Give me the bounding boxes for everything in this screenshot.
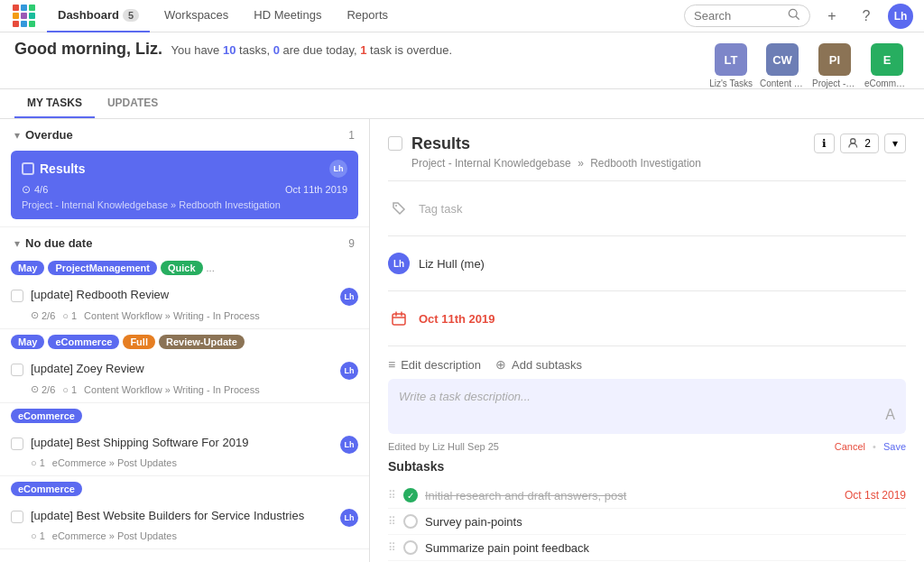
- overdue-section: ▾ Overdue 1 Results Lh ⊙ 4/6 Oct 11th 20…: [0, 119, 369, 227]
- ws-pi-label: Project - Int...: [812, 78, 857, 88]
- tab-updates[interactable]: UPDATES: [95, 89, 171, 118]
- task-comment-3: ○ 1: [31, 457, 45, 468]
- workspace-ecommerce[interactable]: E eCommerce: [864, 43, 910, 88]
- text-format-icon: A: [885, 407, 895, 423]
- task-checkbox-1[interactable]: [11, 290, 23, 302]
- subtask-check-open-3[interactable]: [403, 540, 418, 555]
- subtask-text-3: Summarize pain point feedback: [425, 541, 906, 555]
- tag-row-3: eCommerce: [0, 403, 369, 428]
- drag-handle-icon-2[interactable]: ⠿: [388, 515, 396, 528]
- no-due-header[interactable]: ▾ No due date 9: [0, 227, 369, 255]
- divider-4: [388, 345, 906, 346]
- drag-handle-icon-3[interactable]: ⠿: [388, 541, 396, 554]
- main-layout: ▾ Overdue 1 Results Lh ⊙ 4/6 Oct 11th 20…: [0, 119, 924, 562]
- result-actions: ℹ 2 ▾: [814, 134, 906, 153]
- tag-may-2[interactable]: May: [11, 335, 44, 349]
- edited-by-text: Edited by Liz Hull Sep 25: [388, 441, 499, 452]
- tag-may-1[interactable]: May: [11, 261, 44, 275]
- subtask-item-2[interactable]: ⠿ Survey pain-points: [388, 509, 906, 535]
- subtask-add-icon: ⊕: [495, 357, 506, 372]
- edit-description-action[interactable]: ≡ Edit description: [388, 357, 481, 372]
- task-checkbox-4[interactable]: [11, 511, 23, 523]
- task-avatar-1: Lh: [340, 288, 358, 306]
- add-subtasks-action[interactable]: ⊕ Add subtasks: [495, 357, 582, 372]
- search-box[interactable]: [684, 5, 810, 27]
- subtask-text-1: Initial research and draft answers, post: [425, 489, 837, 502]
- tag-pm[interactable]: ProjectManagement: [48, 261, 157, 275]
- progress-icon: ⊙: [22, 183, 31, 196]
- comment-icon-3: ○: [31, 457, 37, 468]
- task-checkbox-2[interactable]: [11, 364, 23, 376]
- task-item-4[interactable]: [update] Best Website Builders for Servi…: [0, 502, 369, 549]
- assignee-row[interactable]: Lh Liz Hull (me): [388, 247, 906, 280]
- ws-cw-label: Content Wo...: [760, 78, 805, 88]
- task-avatar-2: Lh: [340, 362, 358, 380]
- desc-actions-row: ≡ Edit description ⊕ Add subtasks: [388, 357, 906, 372]
- greeting-title: Good morning, Liz.: [14, 40, 162, 58]
- task-checkbox-3[interactable]: [11, 438, 23, 450]
- top-nav: Dashboard 5 Workspaces HD Meetings Repor…: [0, 0, 924, 32]
- result-title: Results: [411, 134, 805, 153]
- help-button[interactable]: ?: [854, 4, 879, 29]
- workspace-pi[interactable]: PI Project - Int...: [812, 43, 857, 88]
- tag-quick[interactable]: Quick: [161, 261, 203, 275]
- comment-icon-2: ○: [62, 384, 69, 395]
- dashboard-badge: 5: [123, 9, 139, 22]
- search-icon: [788, 8, 800, 23]
- dropdown-button[interactable]: ▾: [884, 134, 906, 153]
- description-box[interactable]: Write a task description... A: [388, 379, 906, 434]
- nav-tab-workspaces[interactable]: Workspaces: [153, 0, 239, 32]
- nav-tab-hd-meetings[interactable]: HD Meetings: [243, 0, 332, 32]
- app-icon[interactable]: [11, 4, 36, 29]
- ws-pi-box: PI: [818, 43, 851, 76]
- calendar-icon: [388, 308, 410, 329]
- result-path: Project - Internal Knowledgebase » Redbo…: [388, 157, 906, 170]
- tag-ecommerce-2[interactable]: eCommerce: [48, 335, 119, 349]
- tag-row-4: eCommerce: [0, 476, 369, 502]
- drag-handle-icon[interactable]: ⠿: [388, 489, 396, 502]
- tab-my-tasks[interactable]: MY TASKS: [14, 89, 95, 118]
- task-item-1[interactable]: [update] Redbooth Review Lh ⊙ 2/6 ○ 1 Co…: [0, 281, 369, 329]
- no-due-title: No due date: [25, 236, 343, 250]
- tag-task-row[interactable]: Tag task: [388, 192, 906, 225]
- user-avatar[interactable]: Lh: [888, 4, 913, 29]
- ws-cw-box: CW: [766, 43, 799, 76]
- save-link[interactable]: Save: [883, 441, 906, 452]
- info-button[interactable]: ℹ: [814, 134, 835, 153]
- tag-more-1[interactable]: ...: [207, 263, 215, 273]
- overdue-avatar: Lh: [329, 160, 347, 178]
- due-date-row[interactable]: Oct 11th 2019: [388, 302, 906, 335]
- task-path-2: Content Workflow » Writing - In Process: [84, 384, 260, 395]
- task-item-3[interactable]: [update] Best Shipping Software For 2019…: [0, 428, 369, 476]
- result-task-checkbox[interactable]: [388, 136, 402, 151]
- overdue-count-badge: 1: [348, 129, 355, 142]
- cancel-link[interactable]: Cancel: [835, 441, 865, 452]
- tag-ecommerce-3[interactable]: eCommerce: [11, 409, 82, 423]
- right-panel: Results ℹ 2 ▾ Project - Internal Knowled…: [370, 119, 924, 562]
- add-button[interactable]: +: [819, 4, 845, 29]
- divider-2: [388, 235, 906, 236]
- subtask-check-done-1[interactable]: ✓: [403, 488, 418, 502]
- tag-ecommerce-4[interactable]: eCommerce: [11, 482, 82, 496]
- overdue-task-card[interactable]: Results Lh ⊙ 4/6 Oct 11th 2019 Project -…: [11, 151, 358, 219]
- subtasks-section: Subtasks ⠿ ✓ Initial research and draft …: [388, 459, 906, 562]
- overdue-checkbox[interactable]: [22, 162, 34, 175]
- nav-tab-dashboard[interactable]: Dashboard 5: [47, 0, 150, 32]
- tag-review-update[interactable]: Review-Update: [159, 335, 245, 349]
- subtask-check-open-2[interactable]: [403, 514, 418, 529]
- overdue-task-path: Project - Internal Knowledgebase » Redbo…: [22, 199, 347, 210]
- svg-point-2: [851, 139, 855, 143]
- subtask-item-3[interactable]: ⠿ Summarize pain point feedback: [388, 535, 906, 561]
- overdue-header[interactable]: ▾ Overdue 1: [0, 119, 369, 147]
- task-comment-1: ○ 1: [62, 310, 77, 321]
- tag-full[interactable]: Full: [123, 335, 155, 349]
- search-input[interactable]: [694, 9, 784, 23]
- path-arrow: »: [578, 157, 584, 170]
- nav-tab-reports[interactable]: Reports: [336, 0, 399, 32]
- members-button[interactable]: 2: [840, 134, 879, 153]
- workspace-lt[interactable]: LT Liz's Tasks: [709, 43, 753, 88]
- subtask-item-1[interactable]: ⠿ ✓ Initial research and draft answers, …: [388, 483, 906, 509]
- task-subtask-2: ⊙ 2/6: [31, 383, 55, 395]
- task-item-2[interactable]: [update] Zoey Review Lh ⊙ 2/6 ○ 1 Conten…: [0, 355, 369, 403]
- workspace-cw[interactable]: CW Content Wo...: [760, 43, 805, 88]
